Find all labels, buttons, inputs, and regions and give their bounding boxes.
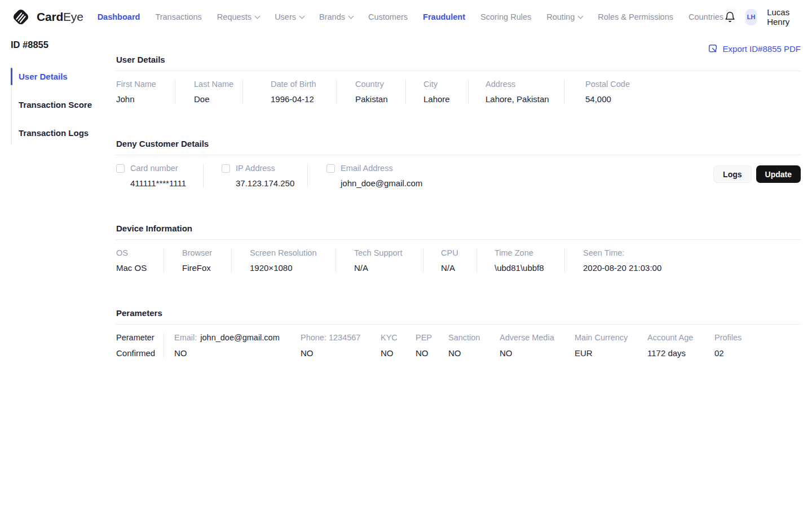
section-title-device: Device Information [116,224,801,240]
field-os: OS Mac OS [116,248,164,273]
user-name[interactable]: Lucas Henry [767,7,800,27]
deny-field-card-number: Card number 411111****1111 [116,164,203,188]
section-device-information: Device Information OS Mac OS Browser Fir… [116,224,801,273]
user-avatar[interactable]: LH [745,9,757,25]
field-seen-time: Seen Time: 2020-08-20 21:03:00 [564,248,801,273]
section-title-deny: Deny Customer Details [116,139,801,155]
record-id-title: ID #8855 [10,34,116,65]
device-fields: OS Mac OS Browser FireFox Screen Resolut… [116,240,801,273]
field-cpu: CPU N/A [423,248,476,273]
record-side-menu: User Details Transaction Score Transacti… [11,65,116,144]
chevron-down-icon [299,13,305,19]
ip-address-checkbox[interactable] [222,164,230,173]
email-address-checkbox[interactable] [326,164,335,173]
param-header-col: Perameter Confirmed [116,333,164,358]
nav-item-roles-permissions[interactable]: Roles & Permissions [598,12,673,21]
deny-field-ip-address: IP Address 37.123.174.250 [203,164,307,188]
nav-item-countries[interactable]: Countries [689,12,723,21]
nav-item-routing[interactable]: Routing [546,12,582,21]
brand-logo-group[interactable]: CardEye [10,6,83,28]
user-details-fields: First Name John Last Name Doe Date of Bi… [116,71,801,104]
brand-name: CardEye [37,10,83,24]
nav-item-dashboard[interactable]: Dashboard [98,12,140,21]
navbar-right-group: LH Lucas Henry [723,7,812,27]
field-address: Address Lahore, Pakistan [468,80,564,104]
param-phone: Phone: 1234567 NO [301,333,381,358]
section-title-parameters: Perameters [116,308,801,325]
param-account-age: Account Age 1172 days [647,333,714,358]
field-first-name: First Name John [116,80,175,104]
page-body: ID #8855 User Details Transaction Score … [0,34,812,358]
cardeye-logo-icon [10,6,32,28]
nav-item-brands[interactable]: Brands [319,12,353,21]
nav-item-transactions[interactable]: Transactions [155,12,201,21]
nav-item-scoring-rules[interactable]: Scoring Rules [480,12,531,21]
bell-icon [724,11,736,23]
deny-field-email-address: Email Address john_doe@gmail.com [307,164,431,188]
deny-buttons-group: Logs Update [713,164,801,183]
field-screen-resolution: Screen Resolution 1920×1080 [231,248,336,273]
param-main-currency: Main Currency EUR [575,333,647,358]
field-last-name: Last Name Doe [175,80,242,104]
param-kyc: KYC NO [381,333,416,358]
card-number-checkbox[interactable] [116,164,125,173]
nav-item-requests[interactable]: Requests [217,12,259,21]
notifications-button[interactable] [723,7,737,27]
record-sidebar: ID #8855 User Details Transaction Score … [10,34,116,358]
main-nav: Dashboard Transactions Requests Users Br… [98,12,723,21]
section-parameters: Perameters Perameter Confirmed Email:joh… [116,308,801,358]
deny-fields-row: Card number 411111****1111 IP Address 37… [116,155,801,188]
param-email-value: john_doe@gmail.com [200,333,279,342]
logs-button[interactable]: Logs [713,165,751,183]
chevron-down-icon [348,13,354,19]
sidebar-item-transaction-logs[interactable]: Transaction Logs [12,121,116,144]
chevron-down-icon [255,13,261,19]
field-city: City Lahore [405,80,468,104]
field-time-zone: Time Zone \ubd81\ubbf8 [476,248,564,273]
update-button[interactable]: Update [756,165,801,183]
nav-item-customers[interactable]: Customers [368,12,408,21]
main-content: Export ID#8855 PDF User Details First Na… [116,34,801,358]
nav-item-fraudulent[interactable]: Fraudulent [423,12,465,21]
param-pep: PEP NO [416,333,448,358]
param-sanction: Sanction NO [448,333,500,358]
field-browser: Browser FireFox [164,248,231,273]
chevron-down-icon [578,13,584,19]
nav-item-users[interactable]: Users [275,12,304,21]
top-navbar: CardEye Dashboard Transactions Requests … [0,0,812,34]
field-date-of-birth: Date of Birth 1996-04-12 [242,80,336,104]
param-adverse-media: Adverse Media NO [500,333,575,358]
field-country: Country Pakistan [336,80,405,104]
parameters-row: Perameter Confirmed Email:john_doe@gmail… [116,325,801,358]
export-pdf-button[interactable]: Export ID#8855 PDF [708,43,801,54]
section-title-user-details: User Details [116,55,801,71]
field-postal-code: Postal Code 54,000 [564,80,801,104]
param-email: Email:john_doe@gmail.com NO [164,333,301,358]
param-profiles: Profiles 02 [714,333,801,358]
field-tech-support: Tech Support N/A [336,248,423,273]
section-deny-customer-details: Deny Customer Details Card number 411111… [116,139,801,188]
export-row: Export ID#8855 PDF [116,34,801,55]
sidebar-item-transaction-score[interactable]: Transaction Score [12,93,116,116]
export-icon [708,43,718,54]
section-user-details: User Details First Name John Last Name D… [116,55,801,104]
sidebar-item-user-details[interactable]: User Details [12,65,116,88]
